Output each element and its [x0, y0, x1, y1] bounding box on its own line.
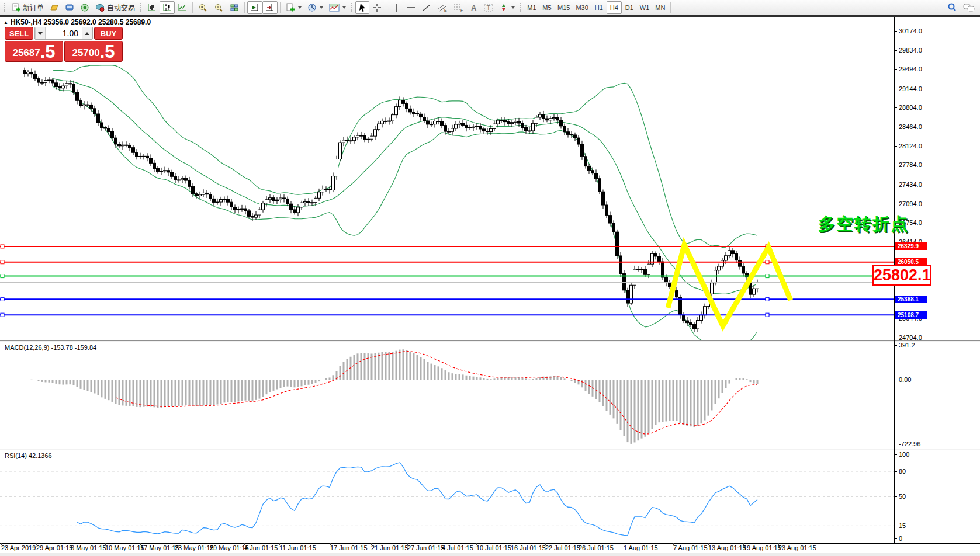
toolbar-grip: [520, 3, 522, 12]
rsi-tick-mark: [894, 496, 897, 497]
line-anchor[interactable]: [766, 313, 769, 317]
macd-tick-label: 0.00: [899, 376, 911, 383]
bar-chart-button[interactable]: [144, 1, 160, 14]
new-order-button[interactable]: 新订单: [9, 1, 47, 14]
candlestick-chart-button[interactable]: [160, 1, 175, 14]
line-anchor[interactable]: [766, 260, 769, 264]
line-anchor[interactable]: [766, 297, 769, 301]
buy-price-frac: .5: [100, 43, 115, 61]
line-anchor[interactable]: [766, 274, 769, 278]
fibonacci-button[interactable]: F: [451, 1, 467, 14]
time-axis-label: 23 Aug 01:15: [778, 544, 816, 551]
candles: [23, 68, 759, 332]
macd-tick-label: -722.96: [899, 440, 920, 447]
sell-price-button[interactable]: 25687.5: [5, 41, 63, 62]
strategy-tester-button[interactable]: [77, 1, 92, 14]
line-chart-icon: [178, 3, 187, 12]
search-button[interactable]: [944, 1, 960, 14]
toolbar-separator: [387, 2, 387, 13]
line-anchor[interactable]: [1, 245, 4, 248]
new-order-label: 新订单: [23, 3, 44, 13]
trendline-button[interactable]: [419, 1, 434, 14]
price-line-tag: 26329.9: [895, 242, 927, 250]
time-axis-label: 16 Jul 01:15: [511, 544, 546, 551]
indicators-button[interactable]: [326, 1, 349, 14]
line-chart-button[interactable]: [175, 1, 190, 14]
buy-button[interactable]: BUY: [94, 27, 123, 40]
timeframe-m5-button[interactable]: M5: [539, 1, 555, 14]
timeframe-w1-button[interactable]: W1: [637, 1, 653, 14]
time-axis-label: 10 May 01:15: [105, 544, 144, 551]
timeframe-h1-button[interactable]: H1: [591, 1, 607, 14]
terminal-button[interactable]: [62, 1, 77, 14]
periodicity-icon: [307, 3, 317, 12]
price-callout-box[interactable]: 25802.1: [872, 265, 931, 286]
macd-indicator-label: MACD(12,26,9) -153.78 -159.84: [5, 344, 96, 351]
time-axis-label: 22 Jul 01:15: [545, 544, 580, 551]
cursor-button[interactable]: [355, 1, 369, 14]
price-tick-label: 28124.0: [899, 143, 922, 150]
sell-button[interactable]: SELL: [5, 27, 33, 40]
timeframe-d1-button[interactable]: D1: [622, 1, 637, 14]
svg-text:E: E: [444, 8, 447, 12]
rsi-canvas[interactable]: [0, 450, 980, 543]
price-tick-mark: [894, 107, 897, 108]
price-tick-mark: [894, 89, 897, 89]
sell-price-main: 25687: [12, 46, 40, 61]
price-tick-label: 27784.0: [899, 161, 922, 168]
timeframe-m30-button[interactable]: M30: [573, 1, 591, 14]
periodicity-button[interactable]: [304, 1, 326, 14]
search-icon: [947, 2, 957, 13]
price-tick-mark: [894, 165, 897, 165]
text-label-button[interactable]: T: [481, 1, 496, 14]
price-tick-mark: [894, 146, 897, 147]
text-button[interactable]: A: [467, 1, 481, 14]
zoom-in-button[interactable]: [195, 1, 211, 14]
profiles-button[interactable]: [47, 1, 62, 14]
line-anchor[interactable]: [1, 313, 4, 317]
volume-input[interactable]: [46, 27, 82, 39]
dropdown-caret-icon: [511, 6, 515, 9]
trend-annotation-text[interactable]: 多空转折点: [818, 213, 909, 236]
collapse-arrow-icon[interactable]: ▲: [4, 20, 8, 25]
toolbar-separator: [192, 2, 193, 13]
autotrade-button[interactable]: 自动交易: [92, 1, 138, 14]
zoom-out-button[interactable]: [211, 1, 227, 14]
macd-canvas[interactable]: [0, 342, 980, 449]
chart-title: ▲ HK50-,H4 25356.0 25692.0 25280.5 25689…: [4, 18, 151, 26]
timeframe-m1-button[interactable]: M1: [524, 1, 539, 14]
toolbar-separator: [244, 2, 245, 13]
vertical-line-button[interactable]: [390, 1, 404, 14]
main-chart-canvas[interactable]: [0, 17, 980, 340]
buy-price-button[interactable]: 25700.5: [64, 41, 123, 62]
auto-scroll-button[interactable]: [247, 1, 262, 14]
timeframe-m15-button[interactable]: M15: [555, 1, 573, 14]
volume-increase-button[interactable]: [82, 27, 92, 39]
one-click-trading-panel: SELL BUY 25687.5 25700.5: [5, 27, 123, 62]
price-tick-mark: [894, 204, 897, 204]
volume-decrease-button[interactable]: [35, 27, 46, 39]
time-axis-label: 26 Jul 01:15: [579, 544, 614, 551]
price-tick-label: 28804.0: [899, 104, 922, 111]
chat-button[interactable]: [960, 1, 978, 14]
crosshair-button[interactable]: [369, 1, 385, 14]
arrows-button[interactable]: [496, 1, 518, 14]
timeframe-mn-button[interactable]: MN: [652, 1, 668, 14]
horizontal-line-button[interactable]: [404, 1, 419, 14]
horizontal-line-objects[interactable]: [0, 245, 894, 317]
chart-shift-button[interactable]: [262, 1, 278, 14]
candlestick-chart-icon: [162, 3, 172, 12]
rsi-tick-label: 15: [899, 522, 906, 529]
line-anchor[interactable]: [1, 260, 4, 264]
rsi-tick-mark: [894, 454, 897, 455]
tile-windows-button[interactable]: [227, 1, 242, 14]
rsi-line: [77, 463, 757, 536]
channel-button[interactable]: E: [434, 1, 451, 14]
time-axis-label: 19 Aug 01:15: [743, 544, 781, 551]
new-chart-button[interactable]: [283, 1, 304, 14]
line-anchor[interactable]: [1, 274, 4, 278]
rsi-tick-mark: [894, 471, 897, 472]
timeframe-h4-button[interactable]: H4: [607, 1, 622, 14]
line-anchor[interactable]: [1, 297, 4, 301]
auto-scroll-icon: [250, 3, 259, 12]
